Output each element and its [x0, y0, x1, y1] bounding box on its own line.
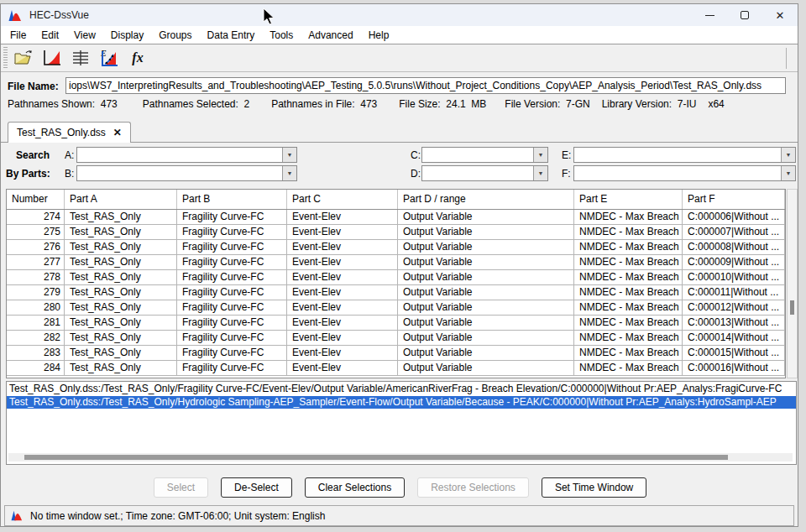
table-row[interactable]: 282Test_RAS_OnlyFragility Curve-FCEvent-…	[7, 331, 785, 346]
restore-selections-button: Restore Selections	[417, 477, 529, 498]
part-a-dropdown-icon[interactable]: ▼	[282, 148, 296, 162]
table-vertical-scrollbar[interactable]	[787, 189, 798, 378]
menu-view[interactable]: View	[66, 29, 103, 41]
part-d-combo[interactable]: ▼	[421, 165, 548, 181]
math-functions-button[interactable]: fx	[125, 47, 150, 70]
menu-help[interactable]: Help	[361, 29, 397, 41]
part-b-dropdown-icon[interactable]: ▼	[282, 166, 296, 180]
part-c-combo[interactable]: ▼	[421, 147, 548, 163]
menu-edit[interactable]: Edit	[34, 29, 66, 41]
part-a-value[interactable]	[77, 148, 282, 162]
tabular-edit-button[interactable]	[68, 47, 93, 70]
menu-data-entry[interactable]: Data Entry	[200, 29, 263, 41]
part-a-combo[interactable]: ▼	[76, 147, 297, 163]
table-row[interactable]: 274Test_RAS_OnlyFragility Curve-FCEvent-…	[7, 210, 785, 225]
cell-part-e: NMDEC - Max Breach ...	[574, 240, 683, 254]
toolbar-grip[interactable]	[3, 47, 8, 69]
pathname-list-item[interactable]: Test_RAS_Only.dss:/Test_RAS_Only/Fragili…	[7, 383, 796, 395]
part-e-combo[interactable]: ▼	[573, 147, 796, 163]
cell-part-b: Fragility Curve-FC	[177, 270, 287, 284]
menu-file[interactable]: File	[3, 29, 34, 41]
cell-part-e: NMDEC - Max Breach ...	[574, 346, 683, 360]
table-scrollbar-thumb[interactable]	[790, 300, 794, 315]
menu-tools[interactable]: Tools	[262, 29, 301, 41]
edit-data-button[interactable]: E	[97, 47, 122, 70]
cell-part-e: NMDEC - Max Breach ...	[574, 316, 683, 330]
part-e-value[interactable]	[574, 148, 781, 162]
close-button[interactable]: ✕	[762, 4, 798, 26]
table-row[interactable]: 284Test_RAS_OnlyFragility Curve-FCEvent-…	[7, 361, 785, 376]
column-header-part-e[interactable]: Part E	[574, 190, 683, 209]
column-header-number[interactable]: Number	[7, 190, 65, 209]
window-title: HEC-DssVue	[29, 9, 89, 21]
part-f-dropdown-icon[interactable]: ▼	[781, 166, 795, 180]
table-row[interactable]: 278Test_RAS_OnlyFragility Curve-FCEvent-…	[7, 270, 785, 285]
info-pathnames-in-file: Pathnames in File: 473	[271, 98, 377, 110]
tab-close-icon[interactable]: ✕	[113, 127, 122, 138]
cell-part-e: NMDEC - Max Breach ...	[574, 270, 683, 284]
open-file-button[interactable]	[11, 47, 36, 70]
search-label: Search	[16, 149, 50, 161]
part-f-combo[interactable]: ▼	[573, 165, 796, 181]
menu-advanced[interactable]: Advanced	[301, 29, 360, 41]
column-header-part-d[interactable]: Part D / range	[398, 190, 574, 209]
column-header-part-b[interactable]: Part B	[177, 190, 287, 209]
table-row[interactable]: 277Test_RAS_OnlyFragility Curve-FCEvent-…	[7, 255, 785, 270]
cell-part-c: Event-Elev	[287, 285, 398, 300]
part-b-combo[interactable]: ▼	[76, 165, 297, 181]
clear-selections-button[interactable]: Clear Selections	[305, 477, 405, 498]
table-row[interactable]: 281Test_RAS_OnlyFragility Curve-FCEvent-…	[7, 316, 785, 331]
file-name-input[interactable]	[65, 77, 786, 94]
part-d-value[interactable]	[422, 166, 533, 180]
status-text: No time window set.; Time zone: GMT-06:0…	[30, 510, 325, 522]
part-f-value[interactable]	[574, 166, 781, 180]
column-header-part-c[interactable]: Part C	[287, 190, 398, 209]
cell-part-b: Fragility Curve-FC	[177, 361, 287, 375]
cell-number: 275	[7, 225, 65, 239]
part-b-value[interactable]	[77, 166, 282, 180]
column-header-part-a[interactable]: Part A	[65, 190, 177, 209]
maximize-button[interactable]	[727, 4, 762, 26]
plot-button[interactable]	[39, 47, 65, 70]
menu-groups[interactable]: Groups	[151, 29, 199, 41]
toolbar-separator	[786, 48, 787, 69]
cell-part-e: NMDEC - Max Breach ...	[574, 225, 683, 239]
cell-part-a: Test_RAS_Only	[65, 210, 177, 224]
de-select-button[interactable]: De-Select	[221, 477, 292, 498]
cell-part-c: Event-Elev	[287, 331, 398, 345]
file-info-bar: Pathnames Shown: 473Pathnames Selected: …	[8, 98, 725, 110]
cell-number: 282	[7, 331, 65, 345]
part-f-label: F:	[562, 168, 571, 180]
minimize-button[interactable]	[692, 4, 727, 26]
cell-part-a: Test_RAS_Only	[65, 361, 177, 375]
part-d-dropdown-icon[interactable]: ▼	[533, 166, 547, 180]
part-c-dropdown-icon[interactable]: ▼	[533, 148, 547, 162]
list-horizontal-scrollbar[interactable]	[8, 453, 793, 462]
part-e-dropdown-icon[interactable]: ▼	[781, 148, 795, 162]
cell-part-d: Output Variable	[398, 361, 574, 375]
info-library-version: Library Version: 7-IU	[602, 98, 697, 110]
table-row[interactable]: 275Test_RAS_OnlyFragility Curve-FCEvent-…	[7, 225, 785, 240]
title-bar: HEC-DssVue ✕	[1, 4, 798, 26]
list-scrollbar-thumb[interactable]	[24, 455, 728, 460]
table-row[interactable]: 276Test_RAS_OnlyFragility Curve-FCEvent-…	[7, 240, 785, 255]
cell-number: 277	[7, 255, 65, 269]
table-row[interactable]: 279Test_RAS_OnlyFragility Curve-FCEvent-…	[7, 285, 785, 300]
column-header-part-f[interactable]: Part F	[683, 190, 785, 209]
tab-test-ras-only[interactable]: Test_RAS_Only.dss ✕	[8, 122, 131, 143]
menu-display[interactable]: Display	[103, 29, 151, 41]
pathname-list-item[interactable]: Test_RAS_Only.dss:/Test_RAS_Only/Hydrolo…	[7, 396, 796, 409]
cell-part-d: Output Variable	[398, 285, 574, 300]
cell-part-c: Event-Elev	[287, 225, 398, 239]
table-row[interactable]: 283Test_RAS_OnlyFragility Curve-FCEvent-…	[7, 346, 785, 361]
table-row[interactable]: 280Test_RAS_OnlyFragility Curve-FCEvent-…	[7, 300, 785, 316]
table-header-row: NumberPart APart BPart CPart D / rangePa…	[7, 190, 785, 210]
set-time-window-button[interactable]: Set Time Window	[542, 477, 646, 498]
part-c-value[interactable]	[422, 148, 533, 162]
cell-number: 279	[7, 285, 65, 300]
cell-part-c: Event-Elev	[287, 240, 398, 254]
cell-part-f: C:000016|Without ...	[683, 361, 785, 375]
select-button: Select	[154, 477, 208, 498]
tab-label: Test_RAS_Only.dss	[17, 127, 106, 138]
selected-pathname-list: Test_RAS_Only.dss:/Test_RAS_Only/Fragili…	[6, 381, 797, 465]
